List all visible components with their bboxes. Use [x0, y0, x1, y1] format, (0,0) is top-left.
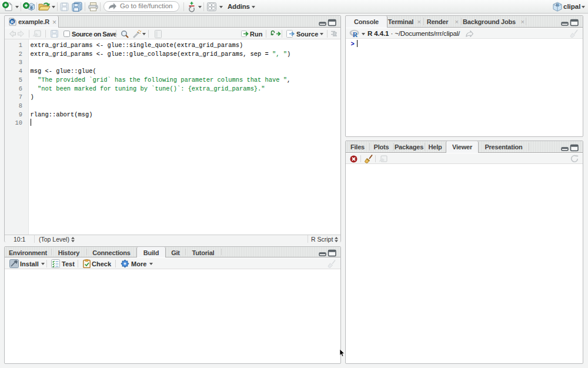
svg-text:R: R	[11, 19, 14, 25]
svg-text:R: R	[30, 6, 33, 10]
svg-text:R: R	[353, 31, 358, 38]
svg-text:R: R	[556, 3, 559, 7]
